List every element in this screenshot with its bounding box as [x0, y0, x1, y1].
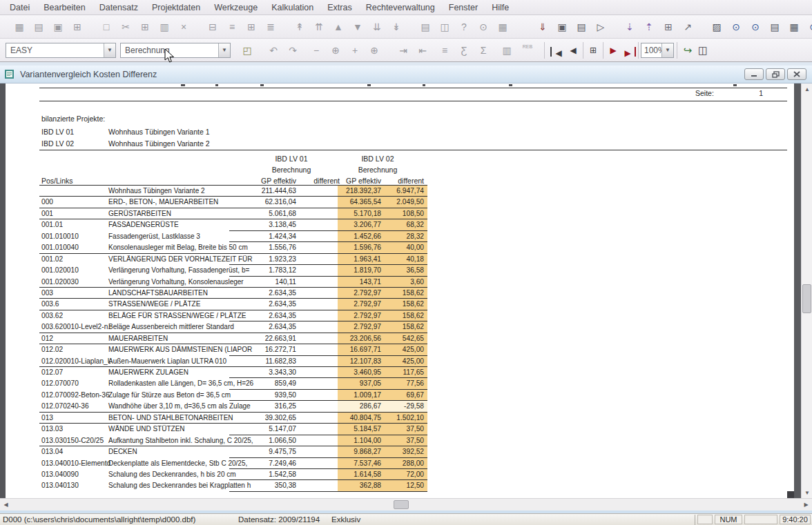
insert-position-icon[interactable]: ⊕	[329, 43, 342, 57]
restore-button[interactable]	[766, 68, 785, 80]
menu-fenster[interactable]: Fenster	[442, 1, 485, 14]
highlight-cell: 16.697,71425,00	[338, 344, 427, 355]
scroll-left-icon[interactable]: ◀	[1, 499, 11, 510]
indent-out-icon[interactable]: ⇤	[416, 43, 429, 57]
report-row: 003LANDSCHAFTSBAUARBEITEN2.634,352.792,9…	[39, 288, 427, 299]
horizontal-scrollbar-thumb[interactable]	[394, 500, 409, 509]
new-document-icon[interactable]: □	[99, 20, 113, 34]
menu-rechteverwaltung[interactable]: Rechteverwaltung	[359, 1, 442, 14]
help-icon[interactable]: ?	[457, 20, 471, 34]
db-edit-icon[interactable]: ▨	[710, 20, 724, 34]
clipped-text-fragment	[367, 84, 371, 86]
edit-record-icon[interactable]: ▤	[574, 20, 588, 34]
exit-icon[interactable]: ↪	[680, 43, 695, 58]
profile-combobox[interactable]: EASY ▼	[6, 43, 116, 58]
scroll-right-icon[interactable]: ▶	[801, 499, 811, 510]
stats-icon[interactable]: ▥	[500, 43, 514, 57]
add-subposition-icon[interactable]: ⊕	[367, 43, 381, 57]
report-row: 001.020010Verlängerung Vorhaltung, Fassa…	[39, 265, 427, 276]
chart-view-icon[interactable]: ▦	[12, 20, 26, 34]
indent-in-icon[interactable]: ⇥	[396, 43, 410, 57]
catalog-view-icon[interactable]: ⊞	[70, 20, 84, 34]
pin-icon[interactable]: ↗	[681, 20, 695, 34]
move-up-icon[interactable]: ▲	[331, 20, 345, 34]
search-icon[interactable]: ⊙	[476, 20, 490, 34]
move-pageup-icon[interactable]: ⇈	[312, 20, 326, 34]
zoom-combobox-value: 100%	[641, 46, 661, 55]
rule-line	[39, 88, 787, 88]
move-pagedown-icon[interactable]: ⇊	[370, 20, 384, 34]
highlight-cell: 1.596,7640,00	[338, 242, 427, 253]
remove-position-icon[interactable]: −	[309, 43, 323, 57]
chevron-down-icon[interactable]: ▼	[104, 43, 115, 57]
view-combobox[interactable]: Berechnung ▼	[120, 43, 231, 58]
chevron-down-icon[interactable]: ▼	[661, 43, 673, 57]
menu-werkzeuge[interactable]: Werkzeuge	[207, 1, 264, 14]
report-row: Wohnhaus Tübingen Variante 2211.444,6321…	[39, 186, 427, 197]
menu-bearbeiten[interactable]: Bearbeiten	[37, 1, 92, 14]
highlight-cell: 362,8812,50	[338, 480, 427, 491]
import-record-icon[interactable]: ⇓	[536, 20, 550, 34]
page-preview-icon[interactable]: ▤	[418, 20, 432, 34]
paste-icon[interactable]: ▥	[157, 20, 171, 34]
undo-icon[interactable]: ↶	[267, 43, 280, 57]
column-group1-sub: Berechnung	[250, 166, 333, 174]
open-icon[interactable]: ◰	[240, 43, 254, 57]
zoom-combobox[interactable]: 100% ▼	[641, 43, 674, 58]
menu-kalkulation[interactable]: Kalkulation	[264, 1, 320, 14]
merge-down-icon[interactable]: ⇣	[623, 20, 637, 34]
copy-icon[interactable]: ⊞	[138, 20, 152, 34]
sum-icon[interactable]: Σ	[476, 43, 490, 57]
print-icon[interactable]: ◫	[438, 20, 452, 34]
table-icon[interactable]: ▦	[496, 20, 510, 34]
tree-collapse-icon[interactable]: ⊟	[206, 20, 220, 34]
highlight-cell: 40.804,751.502,10	[338, 413, 427, 424]
move-down-icon[interactable]: ▼	[351, 20, 365, 34]
print-page-icon[interactable]: ◫	[695, 43, 710, 58]
last-record-icon[interactable]: ▶	[621, 47, 636, 57]
close-button[interactable]	[787, 68, 806, 80]
db-table-icon[interactable]: ▦	[787, 20, 801, 34]
db-search-3-icon[interactable]: ⊙	[806, 20, 812, 34]
db-search-icon[interactable]: ⊙	[729, 20, 743, 34]
add-position-icon[interactable]: +	[348, 43, 362, 57]
scroll-down-icon[interactable]: ▼	[802, 487, 812, 498]
menu-hilfe[interactable]: Hilfe	[485, 1, 516, 14]
list-icon[interactable]: ≡	[438, 43, 452, 57]
reb-icon[interactable]: REB	[519, 43, 536, 57]
move-bottom-icon[interactable]: ↡	[389, 20, 403, 34]
first-record-icon[interactable]: ◀	[550, 47, 566, 57]
scroll-up-icon[interactable]: ▲	[802, 83, 812, 95]
delete-icon[interactable]: ×	[177, 20, 191, 34]
send-record-icon[interactable]: ▷	[594, 20, 608, 34]
next-record-icon[interactable]: ▶	[606, 43, 621, 58]
cut-icon[interactable]: ✂	[119, 20, 133, 34]
vertical-scrollbar[interactable]: ▲ ▼	[801, 83, 812, 498]
redo-icon[interactable]: ↷	[286, 43, 300, 57]
grid-icon[interactable]: ⊞	[661, 20, 675, 34]
chevron-down-icon[interactable]: ▼	[218, 43, 230, 57]
status-bar: D000 (c:\users\chris\documents\allright\…	[0, 513, 812, 525]
menu-projektdaten[interactable]: Projektdaten	[145, 1, 207, 14]
edit-tools: □✂⊞▥×	[97, 20, 193, 34]
db-search-2-icon[interactable]: ⊙	[748, 20, 762, 34]
menu-extras[interactable]: Extras	[320, 1, 358, 14]
menu-datensatz[interactable]: Datensatz	[93, 1, 145, 14]
tree-expand-icon[interactable]: ⊞	[244, 20, 258, 34]
prev-record-icon[interactable]: ◀	[566, 43, 581, 58]
minimize-button[interactable]	[744, 68, 764, 80]
move-top-icon[interactable]: ↟	[293, 20, 307, 34]
vertical-scrollbar-thumb[interactable]	[802, 284, 811, 313]
report-row: 012.07MAUERWERK ZULAGEN3.343,303.460,951…	[39, 367, 427, 378]
tree-outline-icon[interactable]: ≡	[225, 20, 239, 34]
image-view-icon[interactable]: ▣	[51, 20, 65, 34]
tree-levels-icon[interactable]: ≣	[264, 20, 278, 34]
menu-datei[interactable]: Datei	[3, 1, 37, 14]
stack-icon[interactable]: ▣	[555, 20, 569, 34]
copy-pages-icon[interactable]: ⊞	[586, 43, 601, 58]
horizontal-scrollbar[interactable]: ◀ ▶	[0, 498, 812, 511]
db-doc-icon[interactable]: ▤	[768, 20, 782, 34]
merge-up-icon[interactable]: ⇡	[642, 20, 656, 34]
sum-filter-icon[interactable]: Ƹ	[457, 43, 471, 57]
form-view-icon[interactable]: ▤	[32, 20, 46, 34]
